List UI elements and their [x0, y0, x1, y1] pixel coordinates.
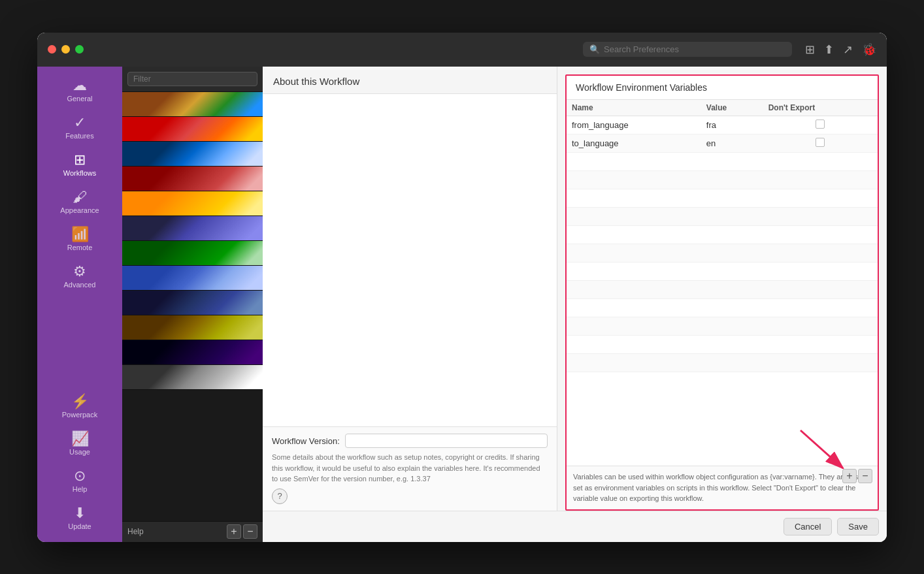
sidebar-item-label: General	[67, 95, 92, 103]
sidebar-item-general[interactable]: ☁ General	[37, 73, 122, 108]
search-bar[interactable]: 🔍	[583, 42, 792, 57]
sidebar-item-workflows[interactable]: ⊞ Workflows	[37, 148, 122, 182]
env-empty-row	[567, 171, 878, 189]
sidebar-item-appearance[interactable]: 🖌 Appearance	[37, 185, 122, 219]
file-panel: Help + −	[122, 67, 263, 542]
file-panel-bottom-bar: Help + −	[122, 521, 263, 542]
list-item[interactable]	[122, 266, 263, 291]
table-row: from_language fra	[567, 116, 878, 134]
list-item[interactable]	[122, 365, 263, 390]
env-empty-row	[567, 354, 878, 372]
dialog-buttons: Cancel Save	[263, 511, 887, 542]
sidebar-item-label: Advanced	[64, 281, 96, 289]
env-empty-rows	[567, 153, 878, 466]
sidebar-item-label: Update	[68, 522, 91, 530]
sidebar-item-remote[interactable]: 📶 Remote	[37, 222, 122, 257]
env-empty-row	[567, 336, 878, 354]
share-icon[interactable]: ↗	[843, 42, 853, 57]
list-item[interactable]	[122, 315, 263, 340]
advanced-icon: ⚙	[73, 264, 86, 279]
sidebar-item-usage[interactable]: 📈 Usage	[37, 426, 122, 461]
version-row: Workflow Version:	[272, 434, 548, 448]
help-icon: ⊙	[74, 469, 86, 483]
titlebar: 🔍 ⊞ ⬆ ↗ 🐞	[37, 33, 887, 67]
sidebar-item-help[interactable]: ⊙ Help	[37, 464, 122, 498]
maximize-button[interactable]	[75, 45, 84, 54]
bug-icon[interactable]: 🐞	[862, 42, 876, 57]
env-footer-buttons: + −	[842, 469, 872, 483]
file-list	[122, 92, 263, 521]
list-item[interactable]	[122, 216, 263, 241]
main-layout: ☁ General ✓ Features ⊞ Workflows 🖌 Appea…	[37, 67, 887, 542]
sidebar-item-label: Remote	[67, 244, 93, 251]
sidebar-item-label: Features	[65, 132, 93, 140]
env-empty-row	[567, 263, 878, 281]
env-empty-row	[567, 299, 878, 317]
col-name: Name	[567, 100, 701, 116]
env-vars-table: Name Value Don't Export from_language fr…	[567, 100, 878, 153]
sidebar-item-features[interactable]: ✓ Features	[37, 110, 122, 145]
list-item[interactable]	[122, 340, 263, 365]
sidebar: ☁ General ✓ Features ⊞ Workflows 🖌 Appea…	[37, 67, 122, 542]
content-area: About this Workflow Workflow Version: So…	[263, 67, 887, 542]
update-icon: ⬇	[74, 506, 86, 520]
titlebar-actions: ⊞ ⬆ ↗ 🐞	[805, 42, 876, 57]
env-name[interactable]: from_language	[567, 116, 701, 134]
sidebar-item-update[interactable]: ⬇ Update	[37, 501, 122, 535]
env-empty-row	[567, 208, 878, 226]
remove-workflow-button[interactable]: −	[243, 524, 257, 539]
cancel-button[interactable]: Cancel	[784, 518, 832, 535]
env-value[interactable]: en	[701, 134, 763, 152]
env-value[interactable]: fra	[701, 116, 763, 134]
list-item[interactable]	[122, 92, 263, 117]
usage-icon: 📈	[71, 432, 89, 446]
list-item[interactable]	[122, 241, 263, 266]
remove-env-var-button[interactable]: −	[858, 469, 872, 483]
help-button[interactable]: ?	[272, 488, 288, 504]
gallery-icon[interactable]: ⊞	[805, 42, 815, 57]
detail-panels: About this Workflow Workflow Version: So…	[263, 67, 887, 511]
traffic-lights	[48, 45, 84, 54]
sidebar-item-advanced[interactable]: ⚙ Advanced	[37, 259, 122, 294]
remote-icon: 📶	[71, 227, 89, 242]
file-filter	[122, 67, 263, 92]
env-dont-export[interactable]	[763, 134, 878, 152]
env-vars-panel: Workflow Environment Variables Name Valu…	[565, 74, 879, 511]
env-dont-export[interactable]	[763, 116, 878, 134]
env-name[interactable]: to_language	[567, 134, 701, 152]
add-workflow-button[interactable]: +	[227, 524, 241, 539]
env-empty-row	[567, 153, 878, 171]
search-input[interactable]	[604, 44, 785, 54]
close-button[interactable]	[48, 45, 56, 54]
workflow-detail: About this Workflow Workflow Version: So…	[263, 67, 887, 542]
env-empty-row	[567, 281, 878, 299]
filter-input[interactable]	[127, 72, 257, 86]
version-input[interactable]	[345, 434, 548, 448]
upload-icon[interactable]: ⬆	[824, 42, 834, 57]
sidebar-item-powerpack[interactable]: ⚡ Powerpack	[37, 389, 122, 424]
list-item[interactable]	[122, 117, 263, 142]
dont-export-checkbox[interactable]	[816, 120, 825, 129]
list-item[interactable]	[122, 191, 263, 216]
col-dont-export: Don't Export	[763, 100, 878, 116]
list-item[interactable]	[122, 291, 263, 315]
search-icon: 🔍	[589, 44, 600, 54]
version-label: Workflow Version:	[272, 436, 340, 446]
about-title: About this Workflow	[263, 67, 557, 94]
main-window: 🔍 ⊞ ⬆ ↗ 🐞 ☁ General ✓ Features ⊞ Workflo…	[37, 33, 887, 542]
sidebar-item-label: Help	[73, 485, 88, 493]
help-text: Help	[127, 527, 144, 536]
dont-export-checkbox[interactable]	[816, 138, 825, 147]
sidebar-item-label: Usage	[69, 448, 90, 456]
save-button[interactable]: Save	[837, 518, 879, 535]
minimize-button[interactable]	[61, 45, 70, 54]
about-textarea[interactable]	[263, 94, 557, 427]
sidebar-item-label: Workflows	[63, 169, 97, 177]
powerpack-icon: ⚡	[71, 394, 89, 409]
list-item[interactable]	[122, 167, 263, 191]
env-footer: Variables can be used within workflow ob…	[567, 466, 878, 509]
env-empty-row	[567, 189, 878, 208]
list-item[interactable]	[122, 142, 263, 167]
col-value: Value	[701, 100, 763, 116]
add-env-var-button[interactable]: +	[842, 469, 857, 483]
